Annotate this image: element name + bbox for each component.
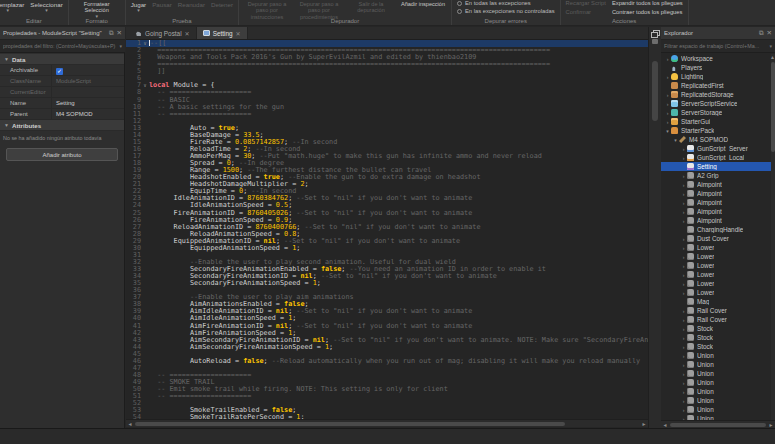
chevron-right-icon[interactable]: › [680,281,687,287]
code-line-17[interactable]: 17 AmmoPerMag = 30; --Put "math.huge" to… [126,153,648,160]
chevron-right-icon[interactable]: › [680,245,687,251]
chevron-right-icon[interactable]: › [680,317,687,323]
ribbon-button-contraer-todos-los-pliegues[interactable]: Contraer todos los pliegues [612,9,683,16]
explorer-item-charginghandle[interactable]: ChargingHandle [661,225,771,234]
explorer-item-union[interactable]: ›Union [661,351,771,360]
chevron-right-icon[interactable]: › [664,56,671,62]
code-line-22[interactable]: 22 EquipTime = 0; --In second [126,188,648,195]
ribbon-button-pausar[interactable]: Pausar [152,0,172,8]
code-line-27[interactable]: 27 ReloadAnimationID = 8760400766; --Set… [126,224,648,231]
explorer-vertical-scrollbar[interactable]: ▲ [771,54,775,420]
code-line-11[interactable]: 11 -- ==================== [126,111,648,118]
ribbon-button-reanudar[interactable]: Reanudar [178,0,205,8]
code-line-1[interactable]: 1∨--[[ [126,40,648,47]
properties-section-data[interactable]: ▼Data [0,54,124,65]
explorer-item-stock[interactable]: ›Stock [661,342,771,351]
chevron-right-icon[interactable]: › [680,254,687,260]
explorer-item-aimpoint[interactable]: ›Aimpoint [661,198,771,207]
code-line-6[interactable]: 6 [126,75,648,82]
code-line-8[interactable]: 8 -- ==================== [126,89,648,96]
tab-going-postal[interactable]: Going Postal✕ [129,27,197,39]
code-line-46[interactable]: 46 AutoReload = false; --Reload automati… [126,358,648,365]
close-icon[interactable]: ✕ [767,29,772,37]
explorer-item-rail-cover[interactable]: ›Rail Cover [661,315,771,324]
explorer-item-players[interactable]: Players [661,63,771,72]
code-line-36[interactable]: 36 [126,287,648,294]
code-line-20[interactable]: 20 HeadshotEnabled = true; --Enable the … [126,174,648,181]
property-value[interactable]: ModuleScript [52,76,124,86]
code-line-9[interactable]: 9 -- BASIC [126,97,648,104]
explorer-item-a2-grip[interactable]: ›A2 Grip [661,171,771,180]
code-line-19[interactable]: 19 Range = 1500; --The furthest distance… [126,167,648,174]
checkbox-checked-icon[interactable]: ✓ [56,68,63,75]
editor-horizontal-scrollbar[interactable]: ◄ ► [126,419,648,427]
explorer-item-rail-cover[interactable]: ›Rail Cover [661,306,771,315]
popout-icon[interactable]: ⧉ [109,29,114,37]
scroll-up-icon[interactable]: ▲ [770,54,775,60]
code-line-40[interactable]: 40 AimIdleAnimationSpeed = 1; [126,315,648,322]
chevron-right-icon[interactable]: › [664,101,671,107]
code-line-37[interactable]: 37 --Enable the user to play aim animati… [126,294,648,301]
explorer-horizontal-scrollbar[interactable]: ◄ ► [661,420,775,428]
chevron-right-icon[interactable]: › [680,290,687,296]
chevron-right-icon[interactable]: › [680,389,687,395]
explorer-item-startergui[interactable]: ›StarterGui [661,117,771,126]
explorer-item-gunscript-local[interactable]: ›GunScript_Local [661,153,771,162]
ribbon-button-reemplazar[interactable]: Reemplazar▾ [0,0,24,12]
code-line-31[interactable]: 31 [126,252,648,259]
ribbon-button-confirmar[interactable]: Confirmar [566,9,591,16]
code-line-25[interactable]: 25 FireAnimationID = 8760405026; --Set t… [126,210,648,217]
chevron-right-icon[interactable]: › [680,209,687,215]
code-line-49[interactable]: 49 -- SMOKE TRAIL [126,379,648,386]
explorer-item-replicatedfirst[interactable]: ReplicatedFirst [661,81,771,90]
explorer-item-union[interactable]: ›Union [661,378,771,387]
ribbon-button-expandir-todos-los-pliegues[interactable]: Expandir todos los pliegues [612,0,683,7]
code-line-30[interactable]: 30 EquippedAnimationSpeed = 1; [126,245,648,252]
ribbon-button-formatear-selecci-n[interactable]: Formatear Selección▾ [74,0,120,18]
explorer-item-lower[interactable]: ›Lower [661,252,771,261]
explorer-item-stock[interactable]: ›Stock [661,333,771,342]
chevron-right-icon[interactable]: › [680,146,687,152]
explorer-item-lower[interactable]: ›Lower [661,279,771,288]
property-value[interactable]: ✓ [52,65,124,75]
explorer-item-union[interactable]: ›Union [661,360,771,369]
code-line-50[interactable]: 50 -- Emit smoke trail while firing. NOT… [126,386,648,393]
explorer-item-gunscript-server[interactable]: ›GunScript_Server [661,144,771,153]
chevron-right-icon[interactable]: › [680,308,687,314]
chevron-down-icon[interactable]: ▾ [119,43,122,49]
code-line-48[interactable]: 48 -- ==================== [126,372,648,379]
explorer-filter[interactable]: Filtrar espacio de trabajo (Control+Ma..… [661,40,775,53]
explorer-item-lighting[interactable]: ›Lighting [661,72,771,81]
chevron-right-icon[interactable]: › [680,200,687,206]
script-editor[interactable]: 1∨--[[2 ================================… [126,40,648,419]
explorer-item-union[interactable]: ›Union [661,396,771,405]
chevron-right-icon[interactable]: › [680,263,687,269]
explorer-item-workspace[interactable]: ›Workspace [661,54,771,63]
explorer-item-starterpack[interactable]: ▾StarterPack [661,126,771,135]
ribbon-radio-en-todas-las-excepciones[interactable]: En todas las excepciones [457,0,531,6]
editor-hscroll-thumb[interactable] [135,422,565,426]
chevron-right-icon[interactable]: › [680,326,687,332]
chevron-down-icon[interactable]: ▾ [672,137,679,143]
ribbon-button-recargar-script[interactable]: Recargar Script [566,0,606,7]
code-line-33[interactable]: 33 SecondaryFireAnimationEnabled = false… [126,266,648,273]
explorer-item-mag[interactable]: Mag [661,297,771,306]
code-line-12[interactable]: 12 [126,118,648,125]
scroll-left-icon[interactable]: ◄ [126,420,134,428]
explorer-item-serverscriptservice[interactable]: ›ServerScriptService [661,99,771,108]
code-line-26[interactable]: 26 FireAnimationSpeed = 0.9; [126,217,648,224]
chevron-right-icon[interactable]: › [680,191,687,197]
code-line-13[interactable]: 13 Auto = true; [126,125,648,132]
ribbon-button-depurar-paso-a-paso-por-instrucciones[interactable]: Depurar paso a paso por instrucciones [244,0,290,20]
code-line-24[interactable]: 24 IdleAnimationSpeed = 0.5; [126,202,648,209]
code-line-16[interactable]: 16 ReloadTime = 2; --In second [126,146,648,153]
close-icon[interactable]: ✕ [117,29,122,37]
chevron-right-icon[interactable]: › [680,236,687,242]
popout-icon[interactable]: ⧉ [759,29,764,37]
code-line-5[interactable]: 5 ]] [126,68,648,75]
code-line-3[interactable]: 3 Weapons and Tools Pack 2016's Gun by S… [126,54,648,61]
explorer-item-serverstorage[interactable]: ›ServerStorage [661,108,771,117]
explorer-item-union[interactable]: ›Union [661,369,771,378]
chevron-right-icon[interactable]: › [680,362,687,368]
code-line-28[interactable]: 28 ReloadAnimationSpeed = 0.8; [126,231,648,238]
